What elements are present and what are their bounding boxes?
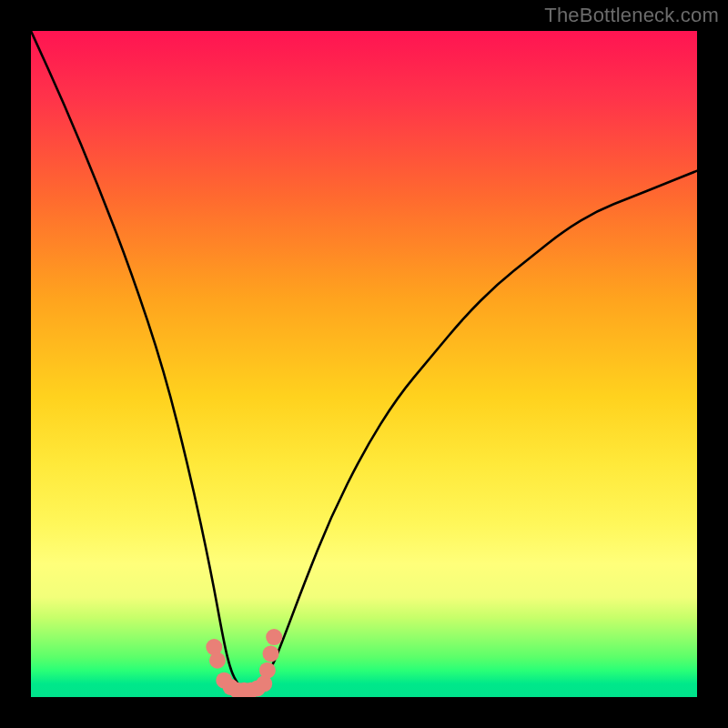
- marker-dots-group: [206, 629, 282, 697]
- chart-plot-area: [31, 31, 697, 697]
- watermark-text: TheBottleneck.com: [544, 4, 719, 27]
- marker-dot: [266, 629, 282, 645]
- chart-frame: TheBottleneck.com: [0, 0, 728, 728]
- marker-dot: [259, 662, 276, 679]
- chart-svg: [31, 31, 697, 697]
- bottleneck-curve-path: [31, 31, 697, 691]
- marker-dot: [263, 645, 279, 662]
- marker-dot: [209, 652, 226, 669]
